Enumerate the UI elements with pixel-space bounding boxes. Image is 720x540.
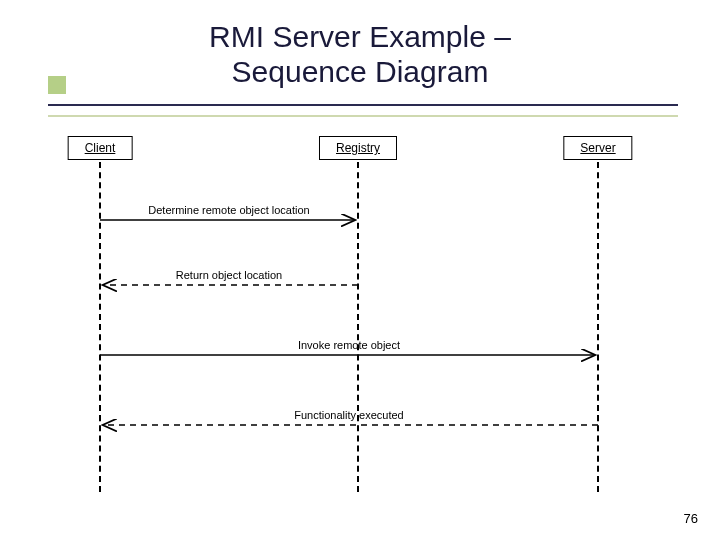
arrows-layer (0, 130, 720, 500)
title-line-2: Sequence Diagram (232, 55, 489, 88)
divider-light (48, 115, 678, 117)
divider-dark (48, 104, 678, 106)
msg-label-0: Determine remote object location (148, 204, 309, 216)
slide-title: RMI Server Example – Sequence Diagram (0, 20, 720, 89)
msg-label-1: Return object location (176, 269, 282, 281)
page-number: 76 (684, 511, 698, 526)
accent-square (48, 76, 66, 94)
msg-label-2: Invoke remote object (298, 339, 400, 351)
sequence-diagram: Client Registry Server Determine remote … (0, 130, 720, 500)
msg-label-3: Functionality executed (294, 409, 403, 421)
title-line-1: RMI Server Example – (209, 20, 511, 53)
